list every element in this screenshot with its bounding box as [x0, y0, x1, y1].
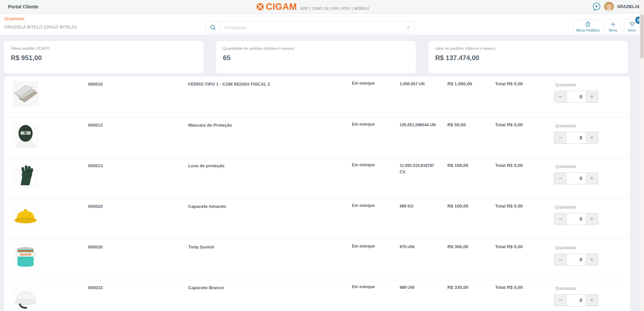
- portal-cliente-screen: Portal Cliente CIGAM ERP | CRM | BI | RH…: [0, 0, 644, 311]
- stock-quantity: 969 KG: [400, 203, 441, 210]
- product-name: Tinta Suvinil: [188, 245, 214, 250]
- decrease-quantity-button[interactable]: −: [554, 213, 567, 225]
- product-image: [13, 285, 38, 310]
- decrease-quantity-button[interactable]: −: [554, 294, 567, 306]
- brand: CIGAM ERP | CRM | BI | RH | PDV | MOBILE: [256, 0, 370, 13]
- product-code: 000010: [88, 82, 103, 87]
- user-name: GRAZIELAB: [617, 4, 641, 9]
- unit-price: R$ 100,00: [447, 163, 468, 168]
- plus-icon: [610, 21, 616, 28]
- product-image: Suvinil: [13, 244, 38, 270]
- new-button[interactable]: Novo: [605, 19, 621, 34]
- quantity-value[interactable]: 0: [567, 213, 586, 225]
- product-image: [13, 81, 38, 107]
- product-row: 000013 Luva de proteção Em estoque 11.09…: [4, 158, 630, 198]
- stock-status: Em estoque: [352, 244, 375, 249]
- order-count-value: 65: [223, 54, 409, 62]
- product-row: 000033 Capacete Branco Em estoque 989 UN…: [4, 280, 630, 311]
- decrease-quantity-button[interactable]: −: [554, 91, 567, 103]
- stock-status: Em estoque: [352, 284, 375, 289]
- last-order-card: Último pedido: 013470 R$ 951,00: [4, 41, 203, 73]
- brand-name: CIGAM: [266, 2, 297, 12]
- order-count-card: Quantidade de pedidos (últimos 6 meses) …: [216, 41, 415, 73]
- my-orders-button[interactable]: Meus Pedidos: [573, 19, 602, 34]
- unit-price: R$ 330,00: [447, 285, 468, 290]
- topbar: Portal Cliente CIGAM ERP | CRM | BI | RH…: [0, 0, 644, 13]
- avatar[interactable]: [604, 2, 614, 12]
- product-list: 000010 FERRO TIPO 1 - COM REGRA FISCAL 2…: [4, 77, 630, 311]
- stock-quantity: 105.051,596544 UN: [400, 122, 441, 128]
- line-total: Total R$ 0,00: [495, 122, 523, 127]
- topbar-right: GRAZIELAB: [592, 0, 641, 13]
- order-value-card: Valor de pedidos (últimos 6 meses) R$ 13…: [429, 41, 628, 73]
- quantity-value[interactable]: 0: [567, 132, 586, 144]
- unit-price: R$ 100,00: [447, 204, 468, 209]
- quantity-value[interactable]: 0: [567, 294, 586, 306]
- quantity-value[interactable]: 0: [567, 254, 586, 266]
- product-code: 000033: [88, 285, 103, 290]
- decrease-quantity-button[interactable]: −: [554, 132, 567, 144]
- quantity-value[interactable]: 0: [567, 172, 586, 184]
- line-total: Total R$ 0,00: [495, 204, 523, 209]
- product-name: FERRO TIPO 1 - COM REGRA FISCAL 2: [188, 82, 270, 87]
- product-code: 000013: [88, 163, 103, 168]
- stock-status: Em estoque: [352, 81, 375, 86]
- last-order-label: Último pedido: 013470: [11, 46, 197, 50]
- quantity-label: Quantidade: [555, 164, 576, 169]
- product-code: 000012: [88, 123, 103, 128]
- increase-quantity-button[interactable]: +: [586, 132, 598, 144]
- vertical-scrollbar[interactable]: [639, 0, 644, 311]
- line-total: Total R$ 0,00: [495, 81, 523, 86]
- quantity-label: Quantidade: [555, 124, 576, 128]
- items-label: Itens: [628, 28, 636, 32]
- unit-price: R$ 1.000,00: [447, 81, 472, 86]
- product-code: 000030: [88, 245, 103, 250]
- product-image: [13, 163, 38, 188]
- increase-quantity-button[interactable]: +: [586, 294, 598, 306]
- header-band: Orçamento GRAZIELA BITELO (GRAZI BITELO)…: [0, 14, 644, 35]
- quantity-stepper: − 0 +: [554, 254, 598, 266]
- clear-search-icon[interactable]: ×: [402, 24, 414, 31]
- product-row: Suvinil 000030 Tinta Suvinil Em estoque …: [4, 239, 630, 280]
- product-row: 000010 FERRO TIPO 1 - COM REGRA FISCAL 2…: [4, 77, 630, 117]
- product-image: [13, 122, 38, 148]
- cart-icon: [629, 21, 635, 28]
- new-label: Novo: [609, 28, 617, 32]
- quantity-stepper: − 0 +: [554, 132, 598, 144]
- quantity-label: Quantidade: [555, 286, 576, 291]
- product-name: Capacete Branco: [188, 285, 224, 290]
- search-input[interactable]: [220, 25, 402, 30]
- stock-status: Em estoque: [352, 122, 375, 127]
- increase-quantity-button[interactable]: +: [586, 254, 598, 266]
- cigam-logo-icon: [256, 3, 264, 11]
- decrease-quantity-button[interactable]: −: [554, 254, 567, 266]
- increase-quantity-button[interactable]: +: [586, 172, 598, 184]
- stock-quantity: 1.000.057 UN: [400, 81, 441, 87]
- orders-bag-icon: [585, 21, 591, 28]
- summary-cards: Último pedido: 013470 R$ 951,00 Quantida…: [4, 41, 628, 73]
- brand-modules: ERP | CRM | BI | RH | PDV | MOBILE: [300, 6, 370, 10]
- search-box: ×: [206, 21, 415, 34]
- quantity-stepper: − 0 +: [554, 294, 598, 306]
- unit-price: R$ 300,00: [447, 244, 468, 249]
- stock-quantity: 11.093.519,818767 CX: [400, 163, 441, 175]
- quantity-value[interactable]: 0: [567, 91, 586, 103]
- items-button[interactable]: 00 Itens: [624, 19, 640, 34]
- line-total: Total R$ 0,00: [495, 163, 523, 168]
- product-row: 000020 Capacete Amarelo Em estoque 969 K…: [4, 198, 630, 239]
- chat-play-icon[interactable]: [592, 2, 601, 11]
- line-total: Total R$ 0,00: [495, 285, 523, 290]
- action-buttons: Meus Pedidos Novo 00 Itens: [573, 19, 640, 34]
- product-code: 000020: [88, 204, 103, 209]
- stock-status: Em estoque: [352, 163, 375, 167]
- last-order-value: R$ 951,00: [11, 54, 197, 62]
- product-name: Capacete Amarelo: [188, 204, 226, 209]
- quantity-label: Quantidade: [555, 246, 576, 250]
- increase-quantity-button[interactable]: +: [586, 213, 598, 225]
- increase-quantity-button[interactable]: +: [586, 91, 598, 103]
- scrollbar-thumb[interactable]: [640, 14, 644, 58]
- customer-name: GRAZIELA BITELO (GRAZI BITELO): [4, 25, 77, 30]
- decrease-quantity-button[interactable]: −: [554, 172, 567, 184]
- stock-quantity: 989 UNI: [400, 284, 441, 291]
- stock-quantity: 975 UNI: [400, 244, 441, 250]
